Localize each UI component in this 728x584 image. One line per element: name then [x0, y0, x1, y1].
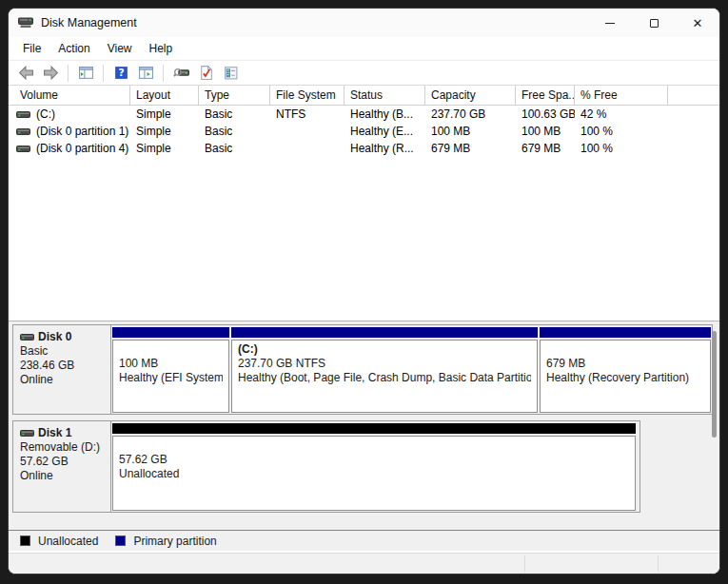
disk1-partitions: 57.62 GB Unallocated	[111, 421, 639, 512]
check-disk-button[interactable]	[194, 63, 217, 84]
disk-type: Removable (D:)	[20, 440, 104, 455]
partition-recovery[interactable]: 679 MB Healthy (Recovery Partition)	[540, 326, 711, 413]
task-list-button[interactable]	[219, 63, 242, 84]
type-cell: Basic	[199, 142, 270, 155]
status-bar-divider	[658, 555, 659, 572]
primary-partition-swatch	[115, 535, 126, 546]
status-bar-divider	[524, 555, 525, 572]
capacity-cell: 237.70 GB	[425, 107, 516, 121]
legend-label-unallocated: Unallocated	[38, 535, 98, 548]
disk1-row: Disk 1 Removable (D:) 57.62 GB Online 57…	[12, 420, 640, 513]
status-cell: Healthy (R...	[344, 142, 425, 155]
column-header-filler	[668, 86, 719, 105]
disk0-row: Disk 0 Basic 238.46 GB Online 100 MB Hea…	[12, 324, 713, 415]
back-icon	[18, 65, 34, 81]
legend-label-primary-partition: Primary partition	[133, 535, 216, 548]
partition-status: Healthy (EFI System	[119, 371, 223, 385]
help-icon: ?	[113, 65, 129, 81]
menu-action[interactable]: Action	[49, 40, 98, 57]
capacity-cell: 679 MB	[425, 142, 516, 155]
type-cell: Basic	[199, 107, 270, 121]
partition-unallocated[interactable]: 57.62 GB Unallocated	[112, 422, 636, 511]
disk0-partitions: 100 MB Healthy (EFI System (C:) 237.70 G…	[111, 325, 712, 414]
volume-cell: (C:)	[9, 107, 130, 121]
forward-button[interactable]	[39, 63, 62, 84]
show-action-pane-button[interactable]	[134, 63, 157, 84]
table-row[interactable]: (C:) Simple Basic NTFS Healthy (B... 237…	[9, 106, 719, 123]
free-space-cell: 100.63 GB	[516, 107, 575, 121]
volume-list-header: Volume Layout Type File System Status Ca…	[9, 86, 719, 106]
close-button[interactable]: ✕	[676, 9, 719, 37]
table-row[interactable]: (Disk 0 partition 1) Simple Basic Health…	[9, 123, 719, 140]
pct-free-cell: 100 %	[575, 125, 668, 138]
status-bar	[9, 553, 719, 574]
toolbar: ?	[9, 60, 719, 86]
vertical-scrollbar[interactable]	[712, 331, 717, 438]
column-header-layout[interactable]: Layout	[130, 86, 199, 105]
disk-size: 57.62 GB	[20, 455, 104, 469]
table-row[interactable]: (Disk 0 partition 4) Simple Basic Health…	[9, 140, 719, 157]
unallocated-swatch	[20, 535, 30, 546]
toolbar-separator	[163, 65, 164, 82]
titlebar[interactable]: Disk Management ✕	[9, 9, 719, 37]
disk-name: Disk 1	[38, 426, 71, 439]
layout-cell: Simple	[130, 125, 199, 138]
disk-name: Disk 0	[38, 330, 71, 343]
partition-info: (C:) 237.70 GB NTFS Healthy (Boot, Page …	[231, 340, 538, 413]
legend-bar: Unallocated Primary partition	[9, 530, 719, 551]
column-header-free-space[interactable]: Free Spa...	[516, 86, 575, 105]
disk1-info-panel[interactable]: Disk 1 Removable (D:) 57.62 GB Online	[13, 421, 111, 512]
show-console-tree-button[interactable]	[74, 63, 97, 84]
volume-name: (C:)	[36, 107, 55, 121]
window-title: Disk Management	[41, 16, 137, 29]
maximize-button[interactable]	[632, 9, 676, 37]
disk0-info-panel[interactable]: Disk 0 Basic 238.46 GB Online	[13, 325, 111, 414]
layout-cell: Simple	[130, 107, 199, 121]
menubar: File Action View Help	[9, 37, 719, 60]
status-cell: Healthy (B...	[344, 107, 425, 121]
volume-cell: (Disk 0 partition 4)	[9, 142, 130, 155]
partition-efi[interactable]: 100 MB Healthy (EFI System	[112, 326, 229, 413]
disk-type: Basic	[20, 344, 104, 359]
partition-status: Healthy (Boot, Page File, Crash Dump, Ba…	[238, 371, 531, 385]
file-system-cell: NTFS	[270, 107, 344, 121]
disk-status: Online	[20, 469, 104, 483]
partition-color-bar	[231, 327, 538, 338]
capacity-cell: 100 MB	[425, 125, 516, 138]
disk-icon	[20, 429, 34, 438]
menu-file[interactable]: File	[14, 40, 49, 57]
check-document-icon	[198, 65, 214, 81]
column-header-volume[interactable]: Volume	[9, 86, 130, 105]
column-header-type[interactable]: Type	[199, 86, 270, 105]
help-button[interactable]: ?	[109, 63, 132, 84]
menu-help[interactable]: Help	[141, 40, 182, 57]
pct-free-cell: 100 %	[575, 142, 668, 155]
free-space-cell: 679 MB	[516, 142, 575, 155]
minimize-button[interactable]	[588, 9, 632, 37]
column-header-capacity[interactable]: Capacity	[425, 86, 516, 105]
toolbar-separator	[103, 65, 104, 82]
partition-color-bar	[112, 327, 229, 338]
pct-free-cell: 42 %	[575, 107, 668, 121]
volume-list: Volume Layout Type File System Status Ca…	[9, 86, 719, 321]
disk-management-window: Disk Management ✕ File Action View Help	[8, 8, 720, 574]
rescan-disks-button[interactable]	[169, 63, 192, 84]
partition-label	[119, 438, 629, 453]
disk-graph-pane: Disk 0 Basic 238.46 GB Online 100 MB Hea…	[9, 321, 719, 530]
disk-status: Online	[20, 373, 104, 387]
disk-size: 238.46 GB	[20, 359, 104, 373]
partition-c-drive[interactable]: (C:) 237.70 GB NTFS Healthy (Boot, Page …	[231, 326, 538, 413]
window-controls: ✕	[588, 9, 719, 37]
menu-view[interactable]: View	[99, 40, 141, 57]
close-icon: ✕	[693, 16, 703, 30]
partition-label: (C:)	[238, 342, 531, 357]
layout-cell: Simple	[130, 142, 199, 155]
back-button[interactable]	[14, 63, 37, 84]
column-header-status[interactable]: Status	[344, 86, 425, 105]
partition-size: 100 MB	[119, 357, 223, 371]
column-header-pct-free[interactable]: % Free	[575, 86, 668, 105]
partition-info: 679 MB Healthy (Recovery Partition)	[540, 340, 711, 413]
type-cell: Basic	[199, 125, 270, 138]
column-header-file-system[interactable]: File System	[270, 86, 344, 105]
console-tree-icon	[78, 65, 94, 81]
